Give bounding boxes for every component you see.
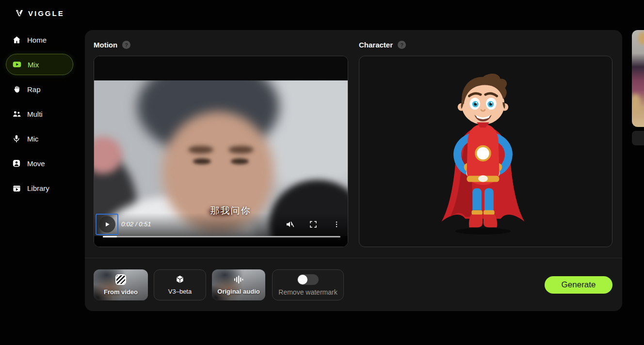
logo-text: VIGGLE — [28, 9, 64, 17]
move-person-icon — [12, 158, 21, 168]
character-help-icon[interactable]: ? — [398, 41, 406, 49]
toolbar-divider — [85, 258, 622, 258]
sidebar-item-rap[interactable]: Rap — [6, 78, 73, 100]
main-card: Motion ? Character ? — [85, 30, 622, 311]
sidebar-item-mix[interactable]: Mix — [6, 54, 73, 75]
cube-icon — [175, 275, 185, 284]
character-title: Character — [359, 41, 393, 49]
play-button[interactable] — [96, 214, 118, 235]
sidebar-item-label: Mic — [27, 135, 38, 143]
video-face-detail — [193, 158, 211, 165]
play-icon — [99, 216, 115, 233]
side-strip-thumbnail[interactable] — [632, 30, 644, 127]
from-video-pattern-icon — [115, 274, 126, 285]
video-face-detail — [231, 158, 249, 165]
sidebar-item-mic[interactable]: Mic — [6, 128, 73, 149]
video-face-detail — [188, 146, 213, 154]
toggle-knob — [298, 275, 307, 284]
side-strip-card[interactable] — [632, 131, 644, 145]
from-video-button[interactable]: From video — [94, 269, 148, 300]
motion-section-title: Motion ? — [94, 41, 130, 49]
waveform-icon — [233, 275, 244, 284]
motion-video-player[interactable]: 那我问你 0:02 / 0:51 — [94, 56, 348, 247]
sidebar-item-label: Rap — [27, 85, 41, 94]
from-video-label: From video — [104, 288, 138, 296]
mic-icon — [12, 134, 21, 143]
sidebar-item-label: Multi — [27, 110, 43, 118]
progress-fill — [103, 236, 117, 237]
character-panel[interactable] — [359, 56, 612, 247]
motion-title: Motion — [94, 41, 117, 49]
motion-help-icon[interactable]: ? — [122, 41, 130, 49]
generate-button[interactable]: Generate — [545, 276, 612, 294]
mix-icon — [12, 60, 22, 69]
remove-watermark-button[interactable]: Remove watermark — [272, 269, 344, 300]
character-image — [427, 69, 539, 236]
video-controls-gradient — [94, 213, 348, 247]
home-icon — [12, 35, 21, 45]
sidebar-item-move[interactable]: Move — [6, 153, 73, 174]
original-audio-label: Original audio — [217, 288, 259, 295]
video-face-detail — [228, 146, 254, 154]
sidebar-item-label: Home — [27, 36, 47, 44]
remove-watermark-label: Remove watermark — [278, 288, 337, 296]
video-subtitle: 那我问你 — [113, 204, 348, 217]
viggle-logo-icon — [15, 8, 24, 18]
fullscreen-button[interactable] — [308, 219, 319, 230]
more-options-button[interactable] — [331, 219, 342, 230]
multi-people-icon — [12, 109, 21, 119]
sidebar-item-home[interactable]: Home — [6, 29, 73, 50]
sidebar-item-library[interactable]: Library — [6, 177, 73, 199]
viggle-app: VIGGLE Home Mix Rap Multi — [0, 0, 644, 345]
video-progress-bar[interactable] — [103, 236, 340, 237]
mute-button[interactable] — [285, 219, 295, 230]
library-icon — [12, 183, 21, 193]
sidebar-item-label: Library — [27, 184, 49, 192]
watermark-toggle[interactable] — [297, 274, 319, 285]
video-time: 0:02 / 0:51 — [121, 220, 151, 229]
original-audio-button[interactable]: Original audio — [212, 269, 265, 300]
version-button[interactable]: V3–beta — [154, 269, 206, 300]
character-section-title: Character ? — [359, 41, 406, 49]
sidebar-item-label: Mix — [28, 61, 39, 69]
motion-panel: 那我问你 0:02 / 0:51 — [94, 56, 348, 247]
sidebar-item-multi[interactable]: Multi — [6, 103, 73, 125]
viggle-logo[interactable]: VIGGLE — [15, 8, 64, 18]
sidebar-item-label: Move — [27, 159, 45, 168]
rap-hand-icon — [12, 84, 21, 94]
version-label: V3–beta — [168, 288, 192, 295]
